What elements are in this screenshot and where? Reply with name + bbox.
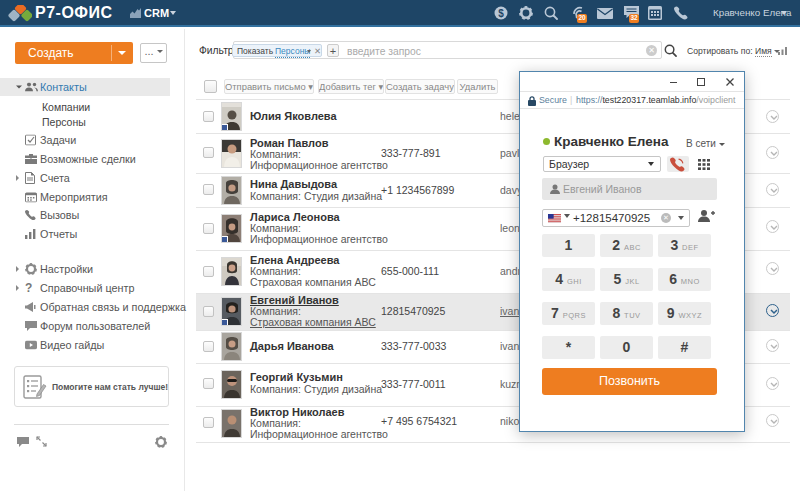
svg-text:$: $ (498, 8, 504, 19)
